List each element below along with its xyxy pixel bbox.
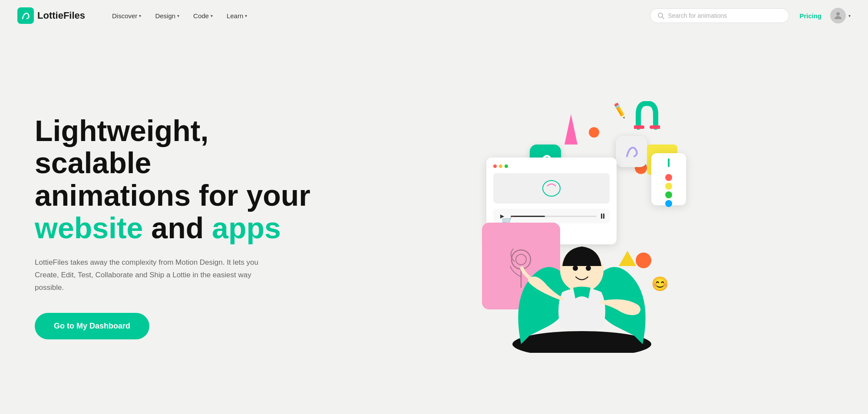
pencil-icon: ✏️: [611, 102, 629, 119]
search-icon: [657, 12, 664, 19]
nav-links: Discover ▾ Design ▾ Code ▾ Learn ▾: [106, 9, 650, 23]
smiley-sticker: 😊: [651, 276, 669, 292]
pricing-link[interactable]: Pricing: [799, 12, 822, 20]
nav-design[interactable]: Design ▾: [149, 9, 185, 23]
search-wrap: [650, 8, 789, 23]
arrow-up-shape: [564, 114, 578, 145]
settings-card: [651, 153, 686, 205]
hero-left: Lightweight, scalable animations for you…: [35, 115, 313, 340]
logo[interactable]: LottieFiles: [17, 7, 85, 24]
animation-preview: [534, 177, 569, 199]
svg-point-9: [512, 331, 651, 353]
hero-description: LottieFiles takes away the complexity fr…: [35, 256, 261, 294]
triangle-shape: [619, 251, 636, 266]
logo-text: LottieFiles: [37, 10, 85, 21]
cta-dashboard-button[interactable]: Go to My Dashboard: [35, 313, 149, 339]
nav-learn[interactable]: Learn ▾: [221, 9, 253, 23]
dot-green: [505, 164, 508, 168]
svg-point-2: [836, 12, 840, 16]
user-avatar-wrap[interactable]: ▾: [830, 8, 851, 23]
nav-code[interactable]: Code ▾: [187, 9, 219, 23]
orange-circle-right: [636, 253, 651, 268]
dot-red: [493, 164, 497, 168]
avatar: [830, 8, 846, 23]
character-illustration: [495, 214, 669, 353]
app-icon-lottie-white: [616, 136, 647, 167]
svg-point-6: [543, 181, 560, 196]
svg-point-12: [586, 266, 591, 271]
code-chevron-icon: ▾: [211, 13, 213, 18]
search-input[interactable]: [668, 12, 782, 19]
hero-illustration: ✏️: [460, 101, 703, 353]
discover-chevron-icon: ▾: [139, 13, 141, 18]
hero-right: ✏️: [313, 97, 851, 357]
nav-discover[interactable]: Discover ▾: [106, 9, 147, 23]
hero-section: Lightweight, scalable animations for you…: [0, 31, 868, 414]
logo-icon: [17, 7, 34, 24]
hero-heading: Lightweight, scalable animations for you…: [35, 115, 313, 244]
svg-point-11: [573, 266, 578, 271]
logo-svg: [21, 11, 30, 20]
dot-yellow: [499, 164, 502, 168]
window-dots: [493, 164, 610, 168]
learn-chevron-icon: ▾: [245, 13, 247, 18]
navbar: LottieFiles Discover ▾ Design ▾ Code ▾ L…: [0, 0, 868, 31]
design-chevron-icon: ▾: [177, 13, 179, 18]
avatar-chevron-icon: ▾: [848, 13, 851, 18]
orange-ball-3: [589, 127, 599, 138]
svg-line-1: [662, 17, 664, 19]
magnet-icon: [634, 101, 660, 138]
avatar-icon: [833, 10, 843, 21]
